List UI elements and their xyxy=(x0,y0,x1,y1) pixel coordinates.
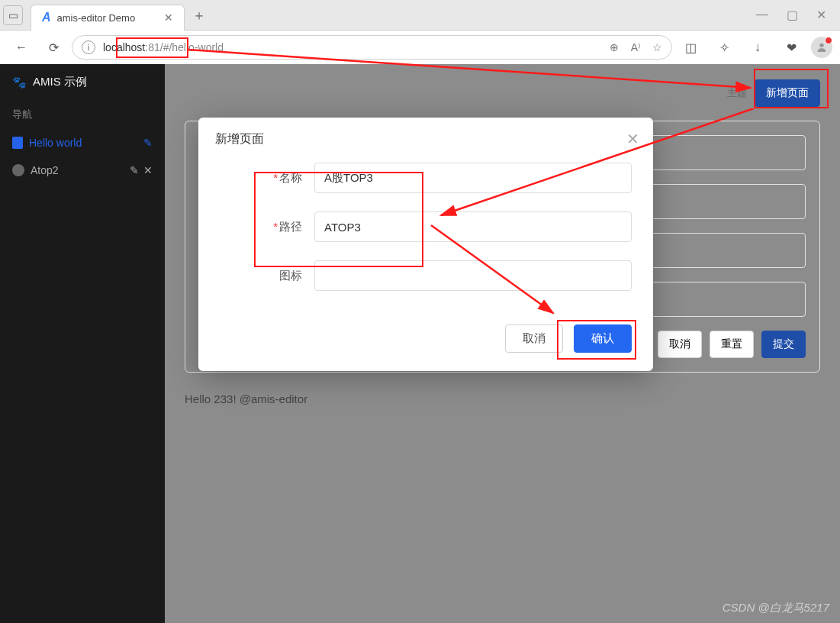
read-aloud-icon[interactable]: A⁾ xyxy=(631,41,640,53)
site-info-icon[interactable]: i xyxy=(82,40,95,54)
refresh-button[interactable]: ⟳ xyxy=(40,35,67,60)
zoom-icon[interactable]: ⊕ xyxy=(610,41,619,53)
theme-label: 主题 xyxy=(727,86,747,100)
back-button[interactable]: ← xyxy=(8,35,35,60)
delete-icon[interactable]: ✕ xyxy=(143,164,153,176)
tab-favicon-icon: A xyxy=(42,11,51,24)
modal-close-icon[interactable]: ✕ xyxy=(626,130,639,148)
icon-input[interactable] xyxy=(314,260,632,291)
sidebar-item-label: Atop2 xyxy=(31,164,59,176)
url-box[interactable]: i localhost :81/ #/hello-world ⊕ A⁾ ☆ xyxy=(72,35,672,60)
edit-icon[interactable]: ✎ xyxy=(143,137,153,149)
page-icon xyxy=(12,137,23,149)
browser-titlebar: ▭ A amis-editor Demo ✕ ＋ — ▢ ✕ xyxy=(0,0,840,31)
form-cancel-button[interactable]: 取消 xyxy=(658,331,702,358)
app-title-text: AMIS 示例 xyxy=(33,75,87,89)
sidebar: 🐾 AMIS 示例 导航 Hello world ✎ Atop2 ✎ ✕ xyxy=(0,64,165,623)
collections-icon[interactable]: ✧ xyxy=(710,35,738,60)
svg-point-0 xyxy=(819,44,823,47)
profile-avatar-icon[interactable] xyxy=(811,37,832,58)
performance-icon[interactable]: ❤ xyxy=(777,35,805,60)
tab-close-icon[interactable]: ✕ xyxy=(164,11,173,24)
favorite-icon[interactable]: ☆ xyxy=(652,41,662,53)
edit-icon[interactable]: ✎ xyxy=(130,164,139,176)
hello-text: Hello 233! @amis-editor xyxy=(185,392,820,405)
close-icon[interactable]: ✕ xyxy=(816,8,826,22)
downloads-icon[interactable]: ↓ xyxy=(744,35,771,60)
icon-label: 图标 xyxy=(279,269,302,282)
modal-cancel-button[interactable]: 取消 xyxy=(505,324,563,353)
path-label: 路径 xyxy=(279,220,302,233)
maximize-icon[interactable]: ▢ xyxy=(787,8,798,22)
name-label: 名称 xyxy=(279,171,302,184)
path-input[interactable] xyxy=(314,211,632,242)
browser-addressbar: ← ⟳ i localhost :81/ #/hello-world ⊕ A⁾ … xyxy=(0,31,840,64)
url-host: localhost xyxy=(103,41,145,53)
paw-icon: 🐾 xyxy=(12,76,27,89)
watermark-text: CSDN @白龙马5217 xyxy=(723,601,829,615)
new-tab-button[interactable]: ＋ xyxy=(192,6,206,24)
sidebar-item-label: Hello world xyxy=(29,137,82,149)
form-reset-button[interactable]: 重置 xyxy=(710,331,754,358)
new-page-modal: 新增页面 ✕ *名称 *路径 图标 取消 确认 xyxy=(198,118,653,371)
form-submit-button[interactable]: 提交 xyxy=(761,331,806,358)
app-title: 🐾 AMIS 示例 xyxy=(0,64,165,100)
window-controls: — ▢ ✕ xyxy=(756,8,840,22)
tabs-overview-button[interactable]: ▭ xyxy=(3,5,23,25)
page-toolbar: 主题 新增页面 xyxy=(185,79,820,107)
modal-title: 新增页面 xyxy=(198,118,653,155)
sidebar-item-hello-world[interactable]: Hello world ✎ xyxy=(0,129,165,157)
new-page-button[interactable]: 新增页面 xyxy=(755,79,820,107)
minimize-icon[interactable]: — xyxy=(756,8,768,22)
name-input[interactable] xyxy=(314,163,632,193)
url-port: :81/ xyxy=(145,41,163,53)
split-screen-icon[interactable]: ◫ xyxy=(677,35,704,60)
browser-tab[interactable]: A amis-editor Demo ✕ xyxy=(31,5,185,31)
modal-confirm-button[interactable]: 确认 xyxy=(574,324,632,353)
url-path: #/hello-world xyxy=(163,41,224,53)
sidebar-item-atop2[interactable]: Atop2 ✎ ✕ xyxy=(0,157,165,184)
spotify-icon xyxy=(12,164,24,176)
tab-title: amis-editor Demo xyxy=(57,12,136,24)
nav-section-label: 导航 xyxy=(0,100,165,129)
